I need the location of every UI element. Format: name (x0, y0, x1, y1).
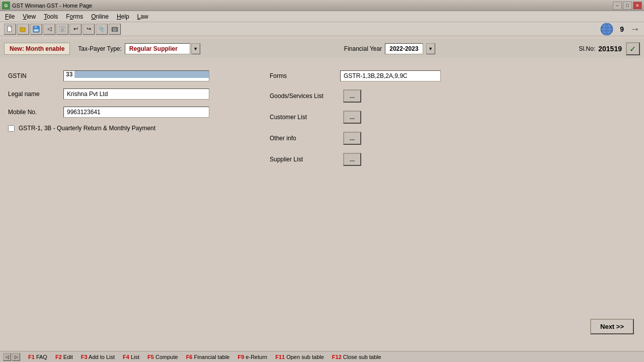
goods-services-button[interactable]: ... (343, 89, 361, 103)
badge-number: 9 (620, 25, 624, 33)
status-f5[interactable]: F5 Compute (143, 354, 182, 360)
status-f3[interactable]: F3 Add to List (77, 354, 119, 360)
taxpayer-value: Regular Supplier (125, 43, 190, 54)
menu-bar: File View Tools Forms Online Help Law (0, 11, 644, 22)
financial-year-label: Financial Year (344, 45, 382, 52)
status-f11[interactable]: F11 Open sub table (271, 354, 328, 360)
mobile-label: Mobile No. (8, 109, 63, 116)
mobile-input[interactable] (63, 107, 209, 118)
status-f1[interactable]: F1 FAQ (24, 354, 51, 360)
checkmark-button[interactable]: ✓ (626, 42, 640, 55)
supplier-list-button[interactable]: ... (343, 153, 361, 166)
globe-icon (600, 22, 614, 36)
other-info-label: Other info (270, 135, 340, 142)
other-info-button[interactable]: ... (343, 132, 361, 145)
maximize-button[interactable]: □ (623, 2, 632, 10)
attach-button[interactable]: 📎 (96, 24, 108, 35)
status-f12[interactable]: F12 Close sub table (328, 354, 385, 360)
customer-list-label: Customer List (270, 114, 340, 121)
menu-view[interactable]: View (20, 12, 39, 21)
nav-prev-button[interactable]: ◁ (43, 24, 55, 35)
legal-name-label: Legal name (8, 90, 63, 98)
quarterly-label: GSTR-1, 3B - Quarterly Return & Monthly … (19, 125, 155, 132)
right-arrow-icon: → (630, 23, 640, 35)
delete-button[interactable] (56, 24, 68, 35)
taxpayer-label: Tax-Payer Type: (78, 45, 121, 52)
status-f4[interactable]: F4 List (119, 354, 143, 360)
taxpayer-dropdown-button[interactable]: ▼ (191, 43, 200, 54)
quarterly-checkbox-row: GSTR-1, 3B - Quarterly Return & Monthly … (8, 125, 250, 132)
goods-services-label: Goods/Services List (270, 93, 340, 100)
gstin-label: GSTIN (8, 72, 63, 79)
menu-file[interactable]: File (2, 12, 18, 21)
menu-tools[interactable]: Tools (41, 12, 61, 21)
slno-value: 201519 (598, 45, 622, 53)
menu-help[interactable]: Help (114, 12, 132, 21)
svg-rect-3 (20, 27, 23, 28)
close-button[interactable]: ✕ (633, 2, 642, 10)
top-controls: New: Month enable Tax-Payer Type: Regula… (0, 39, 644, 58)
form-right: Forms Goods/Services List ... Customer L… (270, 70, 636, 174)
menu-law[interactable]: Law (134, 12, 151, 21)
app-icon: G (2, 2, 10, 10)
slno-label: Sl.No: (579, 45, 596, 52)
toolbar: ◁ ↩ ↪ 📎 9 (0, 22, 644, 36)
status-f6[interactable]: F6 Financial table (182, 354, 234, 360)
next-button[interactable]: Next >> (590, 319, 634, 334)
undo-button[interactable]: ↩ (69, 24, 82, 35)
status-bar: ◁ ▷ F1 FAQ F2 Edit F3 Add to List F4 Lis… (0, 351, 644, 362)
gstin-bar[interactable] (74, 71, 209, 78)
forms-label: Forms (270, 72, 340, 79)
nav-next-arrow[interactable]: ▷ (12, 353, 20, 361)
minimize-button[interactable]: − (613, 2, 622, 10)
fy-dropdown-button[interactable]: ▼ (426, 43, 435, 54)
window-title: GST Winman GST - Home Page (12, 3, 92, 9)
new-button[interactable] (4, 24, 16, 35)
nav-prev-arrow[interactable]: ◁ (3, 353, 11, 361)
menu-online[interactable]: Online (88, 12, 112, 21)
menu-forms[interactable]: Forms (63, 12, 86, 21)
svg-point-15 (114, 29, 116, 30)
customer-list-button[interactable]: ... (343, 111, 361, 124)
title-bar: G GST Winman GST - Home Page − □ ✕ (0, 0, 644, 11)
gstin-field[interactable]: 33 (63, 70, 209, 81)
camera-button[interactable] (109, 24, 121, 35)
status-f2[interactable]: F2 Edit (51, 354, 77, 360)
gstin-prefix: 33 (64, 71, 74, 81)
form-left: GSTIN 33 Legal name Mobile No. GSTR-1, 3… (8, 70, 250, 174)
save-button[interactable] (30, 24, 42, 35)
month-enable-badge: New: Month enable (4, 43, 70, 55)
forms-input[interactable] (340, 70, 441, 81)
redo-button[interactable]: ↪ (83, 24, 95, 35)
svg-rect-5 (34, 26, 37, 28)
financial-year-value: 2022-2023 (385, 43, 423, 54)
quarterly-checkbox[interactable] (8, 125, 15, 132)
status-f9[interactable]: F9 e-Return (233, 354, 271, 360)
supplier-list-label: Supplier List (270, 156, 340, 163)
legal-name-input[interactable] (63, 88, 209, 100)
svg-rect-12 (61, 26, 63, 27)
svg-rect-6 (34, 29, 39, 32)
svg-rect-16 (113, 27, 115, 28)
open-button[interactable] (17, 24, 29, 35)
